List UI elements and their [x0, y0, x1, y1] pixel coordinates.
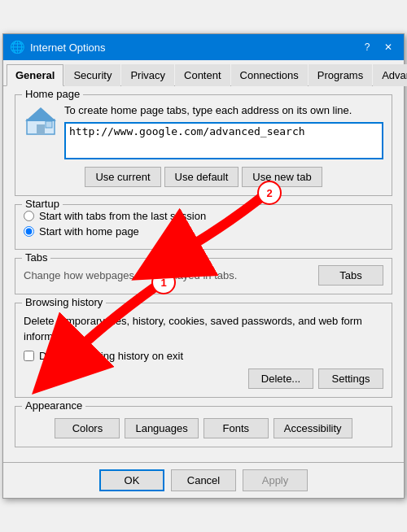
close-button[interactable]: ✕: [379, 38, 397, 56]
apply-button[interactable]: Apply: [243, 469, 308, 491]
tab-content[interactable]: Content: [175, 64, 230, 86]
colors-button[interactable]: Colors: [55, 418, 120, 438]
startup-home-radio[interactable]: [24, 226, 34, 237]
tab-privacy[interactable]: Privacy: [121, 64, 174, 86]
cancel-button[interactable]: Cancel: [171, 469, 236, 491]
bottom-bar: OK Cancel Apply: [3, 462, 404, 498]
url-textarea[interactable]: http://www.google.com/advanced_search: [64, 122, 383, 159]
home-desc-area: To create home page tabs, type each addr…: [64, 103, 383, 161]
startup-option1-row: Start with tabs from the last session: [24, 210, 383, 222]
home-page-description: To create home page tabs, type each addr…: [64, 103, 383, 118]
fonts-button[interactable]: Fonts: [204, 418, 269, 438]
delete-button[interactable]: Delete...: [248, 368, 313, 389]
app-icon: 🌐: [10, 40, 25, 55]
startup-last-label[interactable]: Start with tabs from the last session: [39, 210, 206, 222]
home-page-buttons: Use current Use default Use new tab: [24, 167, 383, 187]
startup-last-radio[interactable]: [24, 211, 34, 221]
startup-title: Startup: [22, 198, 63, 210]
title-bar-controls: ? ✕: [358, 38, 397, 56]
internet-options-dialog: 🌐 Internet Options ? ✕ General Security …: [2, 33, 405, 498]
tabs-description: Change how webpages are displayed in tab…: [24, 269, 237, 281]
appearance-buttons: Colors Languages Fonts Accessibility: [24, 418, 383, 438]
tabs-bar: General Security Privacy Content Connect…: [3, 60, 404, 86]
delete-on-exit-checkbox[interactable]: [24, 351, 34, 361]
use-default-button[interactable]: Use default: [164, 167, 239, 187]
title-bar: 🌐 Internet Options ? ✕: [3, 34, 404, 60]
ok-button[interactable]: OK: [99, 469, 164, 491]
tabs-section-title: Tabs: [22, 251, 50, 264]
startup-option2-row: Start with home page: [24, 225, 383, 238]
startup-section: Startup Start with tabs from the last se…: [15, 204, 392, 250]
dialog-content: Home page To create home page tabs, type…: [3, 86, 404, 461]
dialog-title: Internet Options: [30, 41, 106, 54]
house-icon: [24, 103, 58, 137]
dialog-wrapper: 🌐 Internet Options ? ✕ General Security …: [2, 33, 405, 498]
delete-on-exit-label[interactable]: Delete browsing history on exit: [39, 350, 183, 362]
languages-button[interactable]: Languages: [125, 418, 198, 438]
tab-advanced[interactable]: Advanced: [373, 64, 407, 86]
use-new-tab-button[interactable]: Use new tab: [242, 167, 322, 187]
tabs-button[interactable]: Tabs: [318, 265, 383, 286]
home-page-row: To create home page tabs, type each addr…: [24, 103, 383, 161]
appearance-title: Appearance: [22, 399, 85, 412]
settings-button[interactable]: Settings: [318, 368, 383, 389]
svg-rect-2: [37, 124, 45, 134]
tab-security[interactable]: Security: [64, 64, 120, 86]
home-page-section: Home page To create home page tabs, type…: [15, 94, 392, 195]
tab-connections[interactable]: Connections: [231, 64, 308, 86]
use-current-button[interactable]: Use current: [85, 167, 160, 187]
browsing-history-buttons: Delete... Settings: [24, 368, 383, 389]
browsing-history-section: Browsing history Delete temporary files,…: [15, 303, 392, 398]
tabs-section: Tabs Change how webpages are displayed i…: [15, 258, 392, 294]
tab-programs[interactable]: Programs: [309, 64, 372, 86]
tabs-row: Change how webpages are displayed in tab…: [24, 265, 383, 286]
tab-general[interactable]: General: [7, 64, 63, 86]
title-bar-left: 🌐 Internet Options: [10, 40, 106, 55]
startup-home-label[interactable]: Start with home page: [39, 225, 139, 238]
browsing-history-title: Browsing history: [22, 296, 106, 308]
svg-marker-1: [25, 107, 56, 121]
help-button[interactable]: ?: [358, 38, 376, 56]
delete-on-exit-row: Delete browsing history on exit: [24, 350, 383, 362]
accessibility-button[interactable]: Accessibility: [274, 418, 352, 438]
browsing-history-description: Delete temporary files, history, cookies…: [24, 313, 383, 345]
home-page-title: Home page: [22, 88, 83, 100]
svg-rect-3: [46, 121, 52, 128]
appearance-section: Appearance Colors Languages Fonts Access…: [15, 406, 392, 447]
